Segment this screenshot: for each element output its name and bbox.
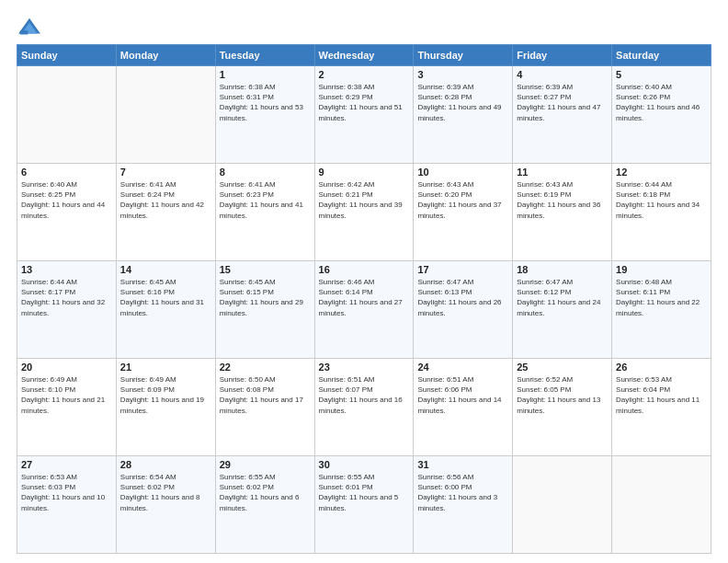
day-number: 2 — [319, 69, 410, 80]
calendar-week-row: 13 Sunrise: 6:44 AMSunset: 6:17 PMDaylig… — [17, 261, 711, 359]
day-number: 7 — [120, 167, 211, 178]
day-info: Sunrise: 6:47 AMSunset: 6:12 PMDaylight:… — [517, 278, 600, 317]
day-info: Sunrise: 6:49 AMSunset: 6:10 PMDaylight:… — [21, 375, 105, 415]
day-info: Sunrise: 6:47 AMSunset: 6:13 PMDaylight:… — [417, 278, 501, 317]
calendar-table: SundayMondayTuesdayWednesdayThursdayFrid… — [17, 44, 711, 554]
day-info: Sunrise: 6:45 AMSunset: 6:16 PMDaylight:… — [120, 278, 204, 317]
day-number: 26 — [616, 362, 707, 373]
calendar-cell: 15 Sunrise: 6:45 AMSunset: 6:15 PMDaylig… — [215, 261, 314, 359]
calendar-week-row: 20 Sunrise: 6:49 AMSunset: 6:10 PMDaylig… — [17, 359, 711, 456]
day-info: Sunrise: 6:43 AMSunset: 6:19 PMDaylight:… — [517, 180, 600, 220]
calendar-cell: 8 Sunrise: 6:41 AMSunset: 6:23 PMDayligh… — [215, 164, 314, 261]
day-number: 19 — [616, 264, 707, 275]
weekday-header: Wednesday — [314, 45, 414, 66]
calendar-cell: 7 Sunrise: 6:41 AMSunset: 6:24 PMDayligh… — [116, 164, 215, 261]
day-info: Sunrise: 6:41 AMSunset: 6:23 PMDaylight:… — [220, 180, 303, 220]
calendar-cell: 12 Sunrise: 6:44 AMSunset: 6:18 PMDaylig… — [612, 164, 711, 261]
header — [17, 17, 711, 37]
calendar-cell: 1 Sunrise: 6:38 AMSunset: 6:31 PMDayligh… — [215, 66, 314, 164]
svg-rect-2 — [20, 30, 28, 34]
calendar-cell: 22 Sunrise: 6:50 AMSunset: 6:08 PMDaylig… — [215, 359, 314, 456]
weekday-header: Sunday — [17, 45, 117, 66]
day-info: Sunrise: 6:53 AMSunset: 6:03 PMDaylight:… — [21, 473, 105, 512]
calendar-cell: 25 Sunrise: 6:52 AMSunset: 6:05 PMDaylig… — [513, 359, 612, 456]
day-number: 3 — [417, 69, 508, 80]
weekday-header: Thursday — [414, 45, 513, 66]
day-number: 14 — [120, 264, 211, 275]
calendar-cell: 29 Sunrise: 6:55 AMSunset: 6:02 PMDaylig… — [215, 456, 314, 554]
calendar-cell: 21 Sunrise: 6:49 AMSunset: 6:09 PMDaylig… — [116, 359, 215, 456]
day-info: Sunrise: 6:44 AMSunset: 6:17 PMDaylight:… — [21, 278, 105, 317]
day-info: Sunrise: 6:46 AMSunset: 6:14 PMDaylight:… — [319, 278, 403, 317]
day-number: 22 — [220, 362, 311, 373]
day-number: 24 — [417, 362, 508, 373]
day-info: Sunrise: 6:48 AMSunset: 6:11 PMDaylight:… — [616, 278, 700, 317]
day-info: Sunrise: 6:49 AMSunset: 6:09 PMDaylight:… — [120, 375, 204, 415]
day-number: 30 — [319, 459, 410, 470]
calendar-cell: 10 Sunrise: 6:43 AMSunset: 6:20 PMDaylig… — [414, 164, 513, 261]
calendar-cell: 27 Sunrise: 6:53 AMSunset: 6:03 PMDaylig… — [17, 456, 117, 554]
weekday-header: Friday — [513, 45, 612, 66]
calendar-cell: 16 Sunrise: 6:46 AMSunset: 6:14 PMDaylig… — [314, 261, 414, 359]
calendar-cell: 11 Sunrise: 6:43 AMSunset: 6:19 PMDaylig… — [513, 164, 612, 261]
calendar-cell — [513, 456, 612, 554]
calendar-week-row: 1 Sunrise: 6:38 AMSunset: 6:31 PMDayligh… — [17, 66, 711, 164]
calendar-cell: 18 Sunrise: 6:47 AMSunset: 6:12 PMDaylig… — [513, 261, 612, 359]
day-info: Sunrise: 6:55 AMSunset: 6:01 PMDaylight:… — [319, 473, 399, 512]
day-number: 21 — [120, 362, 211, 373]
calendar-cell: 2 Sunrise: 6:38 AMSunset: 6:29 PMDayligh… — [314, 66, 414, 164]
calendar-cell: 5 Sunrise: 6:40 AMSunset: 6:26 PMDayligh… — [612, 66, 711, 164]
calendar-cell: 30 Sunrise: 6:55 AMSunset: 6:01 PMDaylig… — [314, 456, 414, 554]
day-number: 4 — [517, 69, 608, 80]
page: SundayMondayTuesdayWednesdayThursdayFrid… — [0, 0, 728, 563]
day-number: 6 — [21, 167, 112, 178]
day-info: Sunrise: 6:45 AMSunset: 6:15 PMDaylight:… — [220, 278, 303, 317]
calendar-cell: 24 Sunrise: 6:51 AMSunset: 6:06 PMDaylig… — [414, 359, 513, 456]
day-number: 16 — [319, 264, 410, 275]
calendar-week-row: 6 Sunrise: 6:40 AMSunset: 6:25 PMDayligh… — [17, 164, 711, 261]
day-number: 23 — [319, 362, 410, 373]
day-number: 11 — [517, 167, 608, 178]
logo-icon — [17, 17, 42, 37]
calendar-cell: 9 Sunrise: 6:42 AMSunset: 6:21 PMDayligh… — [314, 164, 414, 261]
day-info: Sunrise: 6:44 AMSunset: 6:18 PMDaylight:… — [616, 180, 700, 220]
calendar-cell: 13 Sunrise: 6:44 AMSunset: 6:17 PMDaylig… — [17, 261, 117, 359]
weekday-header: Saturday — [612, 45, 711, 66]
day-number: 9 — [319, 167, 410, 178]
calendar-cell: 19 Sunrise: 6:48 AMSunset: 6:11 PMDaylig… — [612, 261, 711, 359]
calendar-cell: 14 Sunrise: 6:45 AMSunset: 6:16 PMDaylig… — [116, 261, 215, 359]
day-info: Sunrise: 6:53 AMSunset: 6:04 PMDaylight:… — [616, 375, 700, 415]
day-number: 25 — [517, 362, 608, 373]
day-number: 10 — [417, 167, 508, 178]
calendar-cell — [116, 66, 215, 164]
day-info: Sunrise: 6:41 AMSunset: 6:24 PMDaylight:… — [120, 180, 204, 220]
day-info: Sunrise: 6:43 AMSunset: 6:20 PMDaylight:… — [417, 180, 501, 220]
calendar-cell: 28 Sunrise: 6:54 AMSunset: 6:02 PMDaylig… — [116, 456, 215, 554]
day-number: 20 — [21, 362, 112, 373]
calendar-cell: 17 Sunrise: 6:47 AMSunset: 6:13 PMDaylig… — [414, 261, 513, 359]
calendar-cell: 20 Sunrise: 6:49 AMSunset: 6:10 PMDaylig… — [17, 359, 117, 456]
day-number: 28 — [120, 459, 211, 470]
day-number: 15 — [220, 264, 311, 275]
day-number: 12 — [616, 167, 707, 178]
day-info: Sunrise: 6:38 AMSunset: 6:31 PMDaylight:… — [220, 83, 303, 122]
day-info: Sunrise: 6:56 AMSunset: 6:00 PMDaylight:… — [417, 473, 497, 512]
day-number: 5 — [616, 69, 707, 80]
day-number: 13 — [21, 264, 112, 275]
calendar-week-row: 27 Sunrise: 6:53 AMSunset: 6:03 PMDaylig… — [17, 456, 711, 554]
day-info: Sunrise: 6:38 AMSunset: 6:29 PMDaylight:… — [319, 83, 403, 122]
weekday-header-row: SundayMondayTuesdayWednesdayThursdayFrid… — [17, 45, 711, 66]
day-info: Sunrise: 6:39 AMSunset: 6:27 PMDaylight:… — [517, 83, 600, 122]
day-info: Sunrise: 6:51 AMSunset: 6:06 PMDaylight:… — [417, 375, 501, 415]
day-info: Sunrise: 6:40 AMSunset: 6:25 PMDaylight:… — [21, 180, 105, 220]
day-number: 17 — [417, 264, 508, 275]
weekday-header: Monday — [116, 45, 215, 66]
day-number: 8 — [220, 167, 311, 178]
day-info: Sunrise: 6:39 AMSunset: 6:28 PMDaylight:… — [417, 83, 501, 122]
day-info: Sunrise: 6:50 AMSunset: 6:08 PMDaylight:… — [220, 375, 303, 415]
day-number: 27 — [21, 459, 112, 470]
calendar-cell — [612, 456, 711, 554]
weekday-header: Tuesday — [215, 45, 314, 66]
calendar-cell: 26 Sunrise: 6:53 AMSunset: 6:04 PMDaylig… — [612, 359, 711, 456]
calendar-cell: 31 Sunrise: 6:56 AMSunset: 6:00 PMDaylig… — [414, 456, 513, 554]
